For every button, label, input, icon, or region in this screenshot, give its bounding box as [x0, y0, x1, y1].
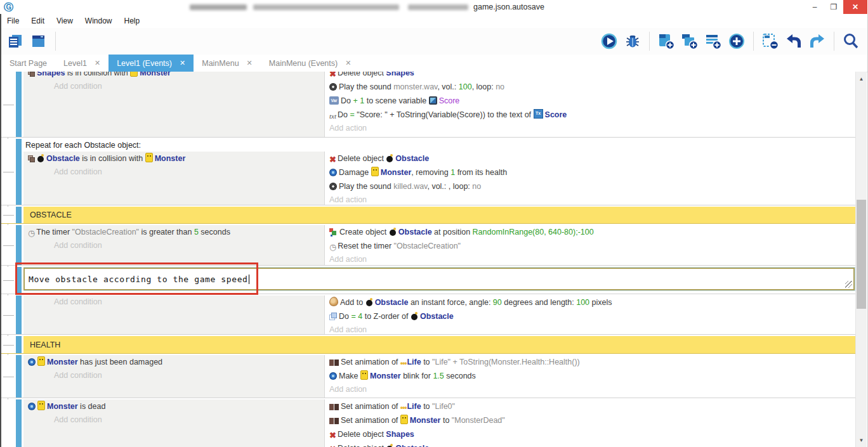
event-selection-bar[interactable] [16, 355, 22, 398]
action-line[interactable]: Create object Obstacle at position Rando… [325, 225, 856, 239]
tab-close-icon[interactable]: ✕ [247, 59, 253, 67]
event-selection-bar[interactable] [16, 225, 22, 265]
add-condition-link[interactable]: Add condition [23, 80, 324, 93]
actions-column[interactable]: ✖Delete object ShapesPlay the sound mons… [324, 72, 856, 137]
event-selection-bar[interactable] [16, 295, 22, 334]
tab-close-icon[interactable]: ✕ [180, 59, 185, 67]
conditions-column[interactable]: ◷The timer "ObstacleCreation" is greater… [23, 225, 324, 265]
foreach-event-header[interactable]: Repeat for each Obstacle object: [23, 139, 856, 152]
condition-line[interactable]: Obstacle is in collision with Monster [23, 152, 324, 165]
action-line[interactable]: Set animation of •••Life to "Life0" [325, 399, 856, 413]
conditions-column[interactable]: Monster is deadAdd condition [23, 399, 324, 447]
event-group-header[interactable]: HEALTH [23, 336, 856, 353]
add-condition-link[interactable]: Add condition [23, 369, 324, 382]
action-line[interactable]: Play the sound killed.wav, vol.: , loop:… [325, 179, 856, 193]
comment-edit-textarea[interactable]: Move obstacle according to the game spee… [23, 268, 855, 290]
event-group-header[interactable]: OBSTACLE [23, 207, 856, 223]
add-action-link[interactable]: Add action [325, 323, 856, 334]
tab-mainmenu-events-[interactable]: MainMenu (Events)✕ [261, 55, 360, 72]
add-condition-link[interactable]: Add condition [23, 413, 324, 427]
minimize-button[interactable]: – [805, 0, 824, 14]
menu-edit[interactable]: Edit [31, 16, 44, 25]
add-action-link[interactable]: Add action [325, 122, 856, 135]
add-other-event-icon[interactable] [728, 32, 746, 50]
event-selection-bar[interactable] [16, 267, 22, 294]
resize-grip-icon[interactable] [845, 281, 852, 288]
scrollbar-thumb[interactable] [857, 200, 866, 309]
close-button[interactable]: ✕ [843, 0, 867, 14]
play-icon[interactable] [600, 32, 618, 50]
condition-line[interactable]: ◷The timer "ObstacleCreation" is greater… [23, 225, 324, 239]
add-condition-link[interactable]: Add condition [23, 295, 324, 309]
action-line[interactable]: Set animation of •••Life to "Life" + ToS… [325, 355, 856, 369]
condition-line[interactable]: Shapes is in collision with Monster [23, 72, 324, 80]
debug-icon[interactable] [624, 32, 641, 50]
tab-close-icon[interactable]: ✕ [95, 59, 100, 67]
scroll-up-arrow-icon[interactable]: ▲ [856, 74, 867, 83]
conditions-column[interactable]: Add condition [23, 295, 324, 334]
add-sub-event-icon[interactable] [681, 32, 699, 50]
event-selection-bar[interactable] [16, 207, 22, 223]
event-selection-bar[interactable] [16, 399, 22, 447]
undo-icon[interactable] [785, 32, 803, 50]
action-line[interactable]: ✖Delete object Obstacle [325, 441, 856, 447]
action-line[interactable]: ◷Reset the timer "ObstacleCreation" [325, 239, 856, 253]
menu-help[interactable]: Help [124, 16, 140, 25]
project-manager-icon[interactable] [6, 32, 24, 50]
add-condition-link[interactable]: Add condition [23, 165, 324, 179]
menu-window[interactable]: Window [85, 16, 112, 25]
add-action-link[interactable]: Add action [325, 253, 856, 265]
condition-line[interactable]: Monster has just been damaged [23, 355, 324, 369]
action-line[interactable]: Damage Monster, removing 1 from its heal… [325, 165, 856, 179]
scroll-down-arrow-icon[interactable]: ▼ [856, 436, 867, 444]
fold-tick[interactable] [3, 377, 14, 377]
tab-start-page[interactable]: Start Page [1, 55, 55, 72]
actions-column[interactable]: Set animation of •••Life to "Life0"Set a… [324, 399, 856, 447]
tab-close-icon[interactable]: ✕ [345, 59, 351, 67]
add-comment-icon[interactable] [704, 32, 722, 50]
remove-event-icon[interactable] [761, 32, 779, 50]
vertical-scrollbar[interactable]: ▲ ▼ [855, 72, 867, 447]
tab-level1[interactable]: Level1✕ [55, 55, 109, 72]
event-selection-bar[interactable] [16, 336, 22, 353]
condition-line[interactable]: Monster is dead [23, 399, 324, 413]
tab-level1-events-[interactable]: Level1 (Events)✕ [109, 55, 194, 72]
fold-tick[interactable] [3, 215, 14, 216]
action-line[interactable]: ✖Delete object Shapes [325, 427, 856, 441]
tab-mainmenu[interactable]: MainMenu✕ [194, 55, 261, 72]
scene-editor-icon[interactable] [30, 32, 48, 50]
fold-tick[interactable] [3, 345, 14, 346]
actions-column[interactable]: Set animation of •••Life to "Life" + ToS… [324, 355, 856, 398]
action-line[interactable]: ✖Delete object Shapes [325, 72, 856, 80]
action-line[interactable]: txtDo = "Score: " + ToString(Variable(Sc… [325, 108, 856, 122]
add-event-icon[interactable] [657, 32, 675, 50]
add-action-link[interactable]: Add action [325, 193, 856, 205]
event-selection-bar[interactable] [16, 139, 22, 205]
action-line[interactable]: Set animation of Monster to "MonsterDead… [325, 413, 856, 427]
fold-tick[interactable] [3, 315, 14, 316]
actions-column[interactable]: Add to Obstacle an instant force, angle:… [324, 295, 856, 334]
actions-column[interactable]: Create object Obstacle at position Rando… [324, 225, 856, 265]
actions-column[interactable]: ✖Delete object ObstacleDamage Monster, r… [324, 152, 856, 205]
fold-tick[interactable] [3, 280, 14, 281]
conditions-column[interactable]: Monster has just been damagedAdd conditi… [23, 355, 324, 398]
action-line[interactable]: Do + 1 to scene variable Score [325, 94, 856, 108]
action-line[interactable]: Do = 4 to Z-order of Obstacle [325, 309, 856, 323]
menu-view[interactable]: View [56, 16, 73, 25]
search-icon[interactable] [842, 32, 860, 50]
restore-button[interactable]: ❐ [824, 0, 843, 14]
event-selection-bar[interactable] [16, 72, 22, 137]
conditions-column[interactable]: Obstacle is in collision with MonsterAdd… [23, 152, 324, 205]
action-line[interactable]: ✖Delete object Obstacle [325, 152, 856, 165]
action-line[interactable]: Add to Obstacle an instant force, angle:… [325, 295, 856, 309]
conditions-column[interactable]: Shapes is in collision with MonsterAdd c… [23, 72, 324, 137]
menu-file[interactable]: File [7, 16, 19, 25]
fold-tick[interactable] [3, 172, 14, 172]
add-condition-link[interactable]: Add condition [23, 239, 324, 252]
action-line[interactable]: Play the sound monster.wav, vol.: 100, l… [325, 80, 856, 94]
fold-tick[interactable] [3, 245, 14, 246]
redo-icon[interactable] [808, 32, 826, 50]
fold-tick[interactable] [3, 105, 14, 105]
add-action-link[interactable]: Add action [325, 383, 856, 396]
action-line[interactable]: Make Monster blink for 1.5 seconds [325, 369, 856, 383]
